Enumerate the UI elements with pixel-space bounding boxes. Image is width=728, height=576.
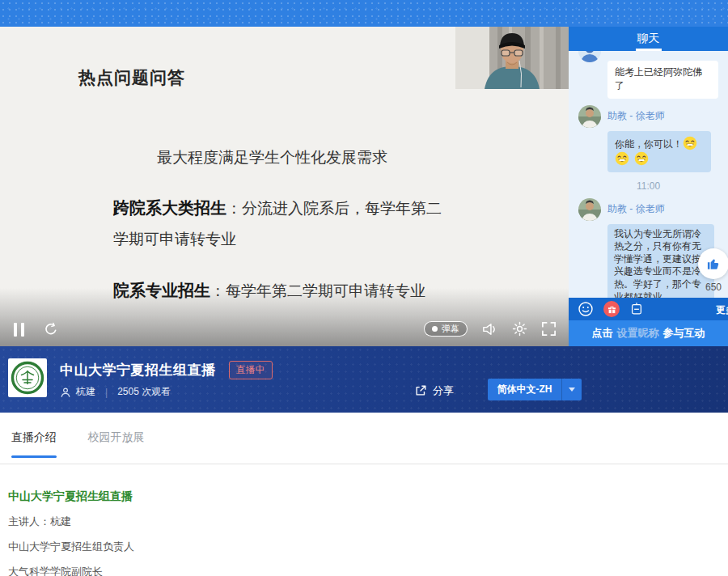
university-logo	[8, 358, 47, 397]
meta-divider: |	[105, 387, 108, 398]
event-list-button[interactable]	[629, 302, 644, 316]
chat-header: 聊天	[569, 27, 728, 51]
description-line: 中山大学宁夏招生组负责人	[8, 540, 720, 554]
slide-item-1-text: 分流进入院系后，每学年第二	[242, 200, 442, 217]
language-selected-value: 简体中文-ZH	[488, 383, 561, 396]
grin-emoji	[683, 136, 697, 150]
chat-author-row: 助教 - 徐老师	[578, 198, 718, 221]
avatar	[578, 105, 601, 128]
stream-title: 中山大学宁夏招生组直播	[60, 361, 216, 379]
tab-campus-open-day-label: 校园开放展	[87, 430, 144, 443]
tab-live-intro[interactable]: 直播介绍	[11, 413, 57, 461]
teacher-avatar-icon	[578, 105, 601, 128]
gift-button[interactable]	[603, 301, 620, 317]
emoji-line	[615, 151, 704, 167]
live-stream-page: 热点问题问答 最大程度满足学生个性化发展需求 跨院系大类招生：分流进入院系后，每…	[0, 0, 728, 576]
more-link[interactable]: 更多	[716, 303, 728, 317]
refresh-button[interactable]	[44, 322, 58, 337]
language-select[interactable]: 简体中文-ZH	[488, 379, 582, 400]
tab-campus-open-day[interactable]: 校园开放展	[87, 413, 144, 461]
join-prefix: 点击	[592, 326, 613, 341]
like-button[interactable]	[698, 248, 728, 279]
share-icon	[414, 384, 427, 397]
grin-emoji	[615, 151, 629, 166]
chat-toolbar: 更多	[569, 298, 728, 320]
share-label: 分享	[433, 383, 454, 398]
chat-bubble: 你能，你可以！	[607, 131, 711, 172]
chat-bubble-text: 你能，你可以！	[615, 138, 683, 150]
top-banner	[0, 0, 728, 27]
avatar	[578, 51, 601, 62]
teacher-avatar-icon	[578, 198, 601, 221]
chat-panel: 聊天 能考上已经阿弥陀佛了	[569, 27, 728, 346]
stream-description: 中山大学宁夏招生组直播 主讲人：杭建 中山大学宁夏招生组负责人 大气科学学院副院…	[0, 465, 728, 576]
chat-messages[interactable]: 能考上已经阿弥陀佛了 助教 - 徐老师 你能，你可以！	[569, 51, 728, 298]
slide-subtitle: 最大程度满足学生个性化发展需求	[157, 147, 387, 168]
gear-icon	[512, 321, 527, 337]
clipboard-icon	[629, 302, 644, 316]
chat-author-name: 助教 - 徐老师	[607, 109, 665, 123]
danmaku-toggle[interactable]: 弹幕	[424, 321, 468, 337]
thumbs-up-icon	[705, 256, 722, 272]
description-title: 中山大学宁夏招生组直播	[8, 489, 720, 504]
avatar	[578, 198, 601, 221]
gift-icon	[607, 305, 616, 314]
description-line: 大气科学学院副院长	[8, 565, 720, 576]
presenter-webcam	[455, 27, 569, 89]
slide-heading: 热点问题问答	[78, 66, 185, 89]
join-interaction-bar[interactable]: 点击 设置昵称 参与互动	[569, 320, 728, 346]
slide-item-1-sep: ：	[226, 200, 242, 217]
player-control-bar: 弹幕	[0, 288, 569, 346]
student-avatar-icon	[578, 51, 601, 62]
danmaku-label: 弹幕	[442, 323, 459, 335]
stream-info-bar: 中山大学宁夏招生组直播 直播中 杭建 | 2505 次观看 分享 简体中文-ZH	[0, 346, 728, 413]
grin-emoji	[634, 151, 649, 166]
slide-item-1-label: 跨院系大类招生	[113, 199, 226, 217]
chat-timestamp: 11:00	[578, 180, 718, 192]
slide-item-1-text-line2: 学期可申请转专业	[113, 229, 236, 250]
like-count: 650	[696, 282, 728, 293]
presenter-name: 杭建	[76, 385, 95, 399]
chat-author-row: 助教 - 徐老师	[578, 105, 718, 128]
danmaku-dot-icon	[432, 326, 438, 332]
presenter-video-frame	[455, 27, 569, 89]
share-button[interactable]: 分享	[414, 383, 454, 398]
like-widget: 650	[696, 248, 728, 293]
presenter-icon	[60, 387, 71, 398]
content-tabs: 直播介绍 校园开放展	[0, 413, 728, 464]
chat-author-name: 助教 - 徐老师	[607, 202, 665, 216]
chat-message: 能考上已经阿弥陀佛了	[578, 51, 718, 99]
refresh-icon	[44, 322, 58, 337]
chevron-down-icon	[562, 388, 582, 392]
chat-title: 聊天	[569, 27, 728, 49]
set-nickname-link[interactable]: 设置昵称	[617, 326, 659, 341]
speaker-icon	[481, 322, 498, 337]
join-suffix: 参与互动	[663, 326, 705, 341]
view-count: 2505 次观看	[117, 385, 171, 399]
slide-item-1: 跨院系大类招生：分流进入院系后，每学年第二	[113, 197, 442, 219]
volume-button[interactable]	[481, 322, 498, 337]
smiley-icon	[578, 301, 594, 317]
video-player: 热点问题问答 最大程度满足学生个性化发展需求 跨院系大类招生：分流进入院系后，每…	[0, 27, 569, 346]
university-seal-icon	[11, 361, 44, 395]
emoji-button[interactable]	[578, 301, 594, 317]
pause-button[interactable]	[14, 323, 24, 337]
description-line: 主讲人：杭建	[8, 515, 720, 529]
chat-bubble: 能考上已经阿弥陀佛了	[607, 61, 718, 99]
tab-live-intro-label: 直播介绍	[11, 430, 57, 443]
live-status-badge: 直播中	[229, 361, 273, 379]
active-tab-underline	[11, 455, 57, 458]
fullscreen-button[interactable]	[541, 321, 557, 337]
settings-button[interactable]	[512, 321, 527, 337]
fullscreen-icon	[541, 321, 557, 337]
